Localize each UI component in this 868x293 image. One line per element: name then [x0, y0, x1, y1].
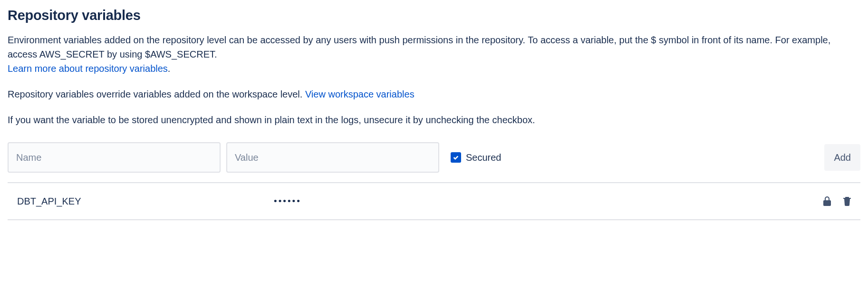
description-paragraph: Environment variables added on the repos… [8, 33, 860, 76]
unsecure-note: If you want the variable to be stored un… [8, 113, 860, 127]
trash-icon[interactable] [841, 195, 853, 207]
override-text: Repository variables override variables … [8, 89, 305, 99]
lock-icon[interactable] [821, 195, 833, 207]
learn-more-link[interactable]: Learn more about repository variables [8, 63, 168, 74]
variable-value-masked: •••••• [274, 196, 821, 206]
variable-actions [821, 195, 860, 207]
check-icon [453, 154, 459, 161]
name-input[interactable] [8, 142, 221, 173]
secured-label: Secured [466, 152, 502, 163]
description-text: Environment variables added on the repos… [8, 35, 830, 59]
value-input[interactable] [226, 142, 439, 173]
add-variable-form: Secured Add [8, 142, 860, 173]
variable-row: DBT_API_KEY •••••• [8, 182, 860, 220]
view-workspace-variables-link[interactable]: View workspace variables [305, 89, 415, 99]
override-note: Repository variables override variables … [8, 87, 860, 101]
variable-name: DBT_API_KEY [8, 196, 274, 207]
secured-checkbox-wrapper: Secured [451, 152, 502, 163]
page-title: Repository variables [8, 8, 860, 23]
add-button[interactable]: Add [824, 144, 860, 171]
description-period: . [168, 63, 171, 74]
secured-checkbox[interactable] [451, 152, 461, 163]
